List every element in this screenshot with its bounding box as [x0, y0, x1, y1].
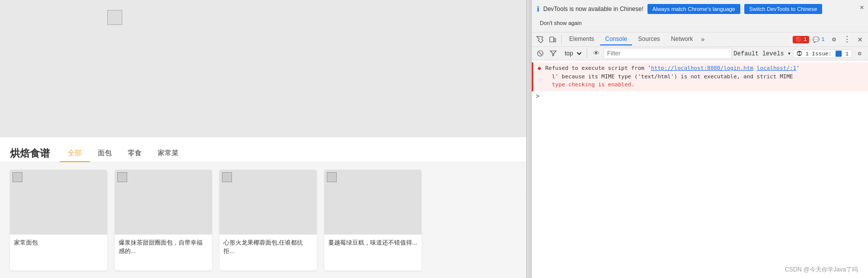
svg-rect-0: [550, 37, 554, 42]
hero-image: [107, 10, 122, 25]
svg-rect-1: [554, 38, 556, 42]
devtools-notification: ℹ DevTools is now available in Chinese! …: [532, 0, 868, 32]
console-toolbar-sep: [587, 49, 587, 58]
tab-console[interactable]: Console: [600, 33, 632, 45]
category-section: 烘焙食谱 全部 面包 零食 家常菜: [0, 137, 531, 162]
context-selector[interactable]: top: [561, 48, 583, 58]
close-devtools-icon[interactable]: ✕: [854, 33, 866, 45]
tab-network[interactable]: Network: [666, 33, 698, 45]
watermark: CSDN @今天你学Java了吗: [785, 266, 858, 274]
hero-area: [0, 0, 531, 137]
tab-all[interactable]: 全部: [60, 145, 90, 162]
card-image-1: [115, 170, 212, 235]
tab-elements[interactable]: Elements: [564, 33, 599, 45]
notification-text: DevTools is now available in Chinese!: [543, 5, 644, 12]
recipe-card-3[interactable]: 蔓越莓绿豆糕，味道还不错值得...: [324, 170, 422, 271]
console-toolbar: top 👁 Default levels ▾ ⓵ 1 Issue: 🟦 1 ⚙: [532, 47, 868, 60]
tab-home[interactable]: 家常菜: [150, 145, 187, 162]
more-tabs-icon[interactable]: »: [699, 35, 707, 44]
card-title-2: 心形火龙果椰蓉面包,任谁都抗拒...: [219, 235, 317, 260]
console-settings-icon[interactable]: ⚙: [854, 48, 865, 59]
notification-close-icon[interactable]: ✕: [860, 3, 864, 11]
main-content: 烘焙食谱 全部 面包 零食 家常菜 家常面包 爆浆抹茶甜甜圈面包，自带幸福感的.…: [0, 0, 531, 278]
devtools-panel: ℹ DevTools is now available in Chinese! …: [531, 0, 868, 278]
broken-image-icon-2: [222, 172, 232, 182]
main-scrollbar[interactable]: [526, 0, 531, 278]
broken-image-icon-1: [117, 172, 127, 182]
section-title: 烘焙食谱: [10, 147, 50, 160]
filter-icon[interactable]: [548, 48, 559, 59]
console-output: ● Refused to execute script from 'http:/…: [532, 60, 868, 278]
recipe-card-0[interactable]: 家常面包: [10, 170, 107, 271]
tab-snack[interactable]: 零食: [120, 145, 150, 162]
broken-image-icon-3: [327, 172, 337, 182]
warn-count-badge: 💬 1: [810, 36, 827, 43]
dont-show-button[interactable]: Don't show again: [537, 18, 585, 28]
svg-line-3: [539, 52, 542, 55]
recipe-card-1[interactable]: 爆浆抹茶甜甜圈面包，自带幸福感的...: [115, 170, 212, 271]
console-prompt[interactable]: >: [532, 91, 868, 102]
card-title-1: 爆浆抹茶甜甜圈面包，自带幸福感的...: [115, 235, 212, 260]
error-dot-icon: ●: [537, 64, 541, 72]
always-match-button[interactable]: Always match Chrome's language: [648, 4, 740, 14]
show-hide-icon[interactable]: 👁: [591, 48, 602, 59]
error-count-badge: 🔴 1: [793, 36, 810, 43]
card-image-3: [324, 170, 422, 235]
default-levels-label[interactable]: Default levels ▾: [734, 50, 791, 57]
error-highlight-text: type checking is enabled.: [552, 81, 635, 88]
error-link-2[interactable]: localhost/:1: [757, 65, 796, 71]
category-tabs: 全部 面包 零食 家常菜: [60, 145, 187, 162]
switch-chinese-button[interactable]: Switch DevTools to Chinese: [744, 4, 822, 14]
tab-bread[interactable]: 面包: [90, 145, 120, 162]
inspect-element-icon[interactable]: [534, 33, 546, 45]
clear-console-icon[interactable]: [535, 48, 546, 59]
card-image-2: [219, 170, 317, 235]
devtools-tabbar: Elements Console Sources Network » 🔴 1 💬…: [532, 32, 868, 47]
issue-badge[interactable]: ⓵ 1 Issue: 🟦 1: [793, 49, 852, 58]
tab-sources[interactable]: Sources: [633, 33, 665, 45]
settings-icon[interactable]: ⚙: [828, 33, 840, 45]
toolbar-sep-1: [561, 35, 562, 44]
card-image-0: [10, 170, 107, 235]
error-link-1[interactable]: http://localhost:8080/login.htm: [651, 65, 753, 71]
console-filter-input[interactable]: [604, 48, 732, 59]
device-toggle-icon[interactable]: [547, 33, 559, 45]
console-error-entry: ● Refused to execute script from 'http:/…: [532, 62, 868, 91]
cards-section: 家常面包 爆浆抹茶甜甜圈面包，自带幸福感的... 心形火龙果椰蓉面包,任谁都抗拒…: [0, 162, 531, 278]
info-icon: ℹ: [537, 5, 539, 13]
card-title-0: 家常面包: [10, 235, 107, 251]
more-options-icon[interactable]: ⋮: [841, 33, 853, 45]
recipe-card-2[interactable]: 心形火龙果椰蓉面包,任谁都抗拒...: [219, 170, 317, 271]
card-title-3: 蔓越莓绿豆糕，味道还不错值得...: [324, 235, 422, 251]
broken-image-icon-0: [12, 172, 22, 182]
error-message-text: Refused to execute script from 'http://l…: [545, 64, 800, 89]
